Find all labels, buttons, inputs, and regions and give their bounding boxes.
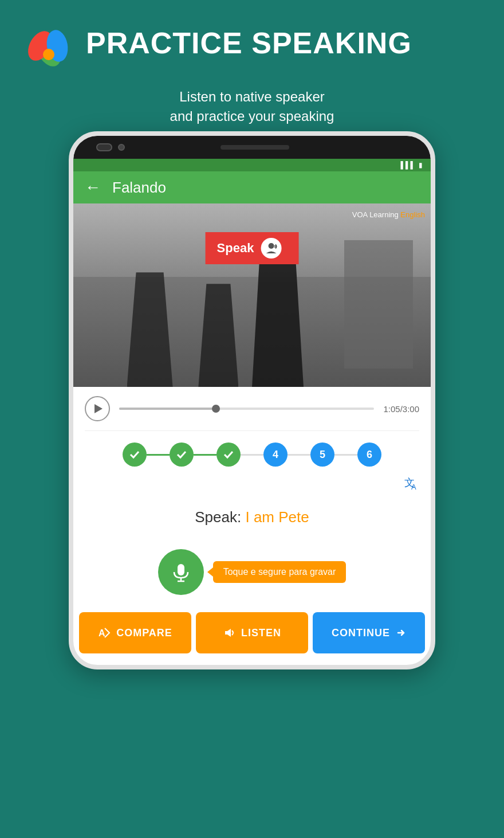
screen-title: Falando bbox=[112, 179, 166, 197]
mic-area: Toque e segure para gravar bbox=[73, 543, 431, 606]
listen-label: LISTEN bbox=[241, 627, 281, 639]
play-button[interactable] bbox=[85, 396, 110, 421]
step-line-1 bbox=[147, 454, 170, 456]
brand-prefix: VOA Learning bbox=[352, 210, 399, 219]
video-area: Speak VOA Learning English bbox=[73, 203, 431, 387]
step-6-circle: 6 bbox=[357, 443, 381, 467]
step-2-circle bbox=[170, 443, 194, 467]
step-3-circle bbox=[216, 443, 241, 467]
brand-tag: VOA Learning English bbox=[352, 210, 425, 219]
speak-overlay: Speak bbox=[206, 232, 299, 264]
phone-camera bbox=[96, 143, 125, 151]
figure-right bbox=[252, 255, 304, 387]
phone-wrapper: ▌▌▌ ▮ ← Falando Speak bbox=[0, 131, 504, 669]
subtitle-area: Listen to native speaker and practice yo… bbox=[0, 87, 504, 126]
header: PRACTICE SPEAKING bbox=[0, 0, 504, 80]
svg-point-3 bbox=[43, 49, 54, 60]
speak-phrase: Speak: I am Pete bbox=[73, 497, 431, 543]
speak-prefix: Speak: bbox=[195, 508, 245, 526]
check-icon-2 bbox=[176, 449, 187, 460]
speak-label: Speak bbox=[217, 241, 254, 256]
check-icon-3 bbox=[223, 449, 234, 460]
mic-button[interactable] bbox=[158, 549, 204, 595]
compare-icon: A bbox=[98, 626, 111, 639]
subtitle: Listen to native speaker and practice yo… bbox=[34, 87, 470, 126]
building bbox=[344, 240, 413, 369]
steps-area: 4 5 6 bbox=[73, 431, 431, 472]
app-title: PRACTICE SPEAKING bbox=[86, 28, 412, 58]
listen-icon bbox=[223, 626, 235, 639]
speak-icon-button bbox=[261, 238, 281, 259]
status-bar: ▌▌▌ ▮ bbox=[73, 159, 431, 171]
step-2 bbox=[170, 443, 194, 467]
translate-svg-icon: 文 A bbox=[403, 475, 419, 491]
step-3 bbox=[216, 443, 241, 467]
logo-icon bbox=[23, 17, 74, 69]
svg-text:A: A bbox=[411, 483, 416, 491]
phone: ▌▌▌ ▮ ← Falando Speak bbox=[69, 131, 435, 669]
camera-dot bbox=[118, 144, 125, 151]
progress-area[interactable]: 1:05/3:00 bbox=[73, 387, 431, 430]
back-button[interactable]: ← bbox=[85, 178, 101, 197]
compare-button[interactable]: A COMPARE bbox=[79, 612, 191, 653]
speak-text: I am Pete bbox=[245, 508, 309, 526]
mic-icon bbox=[171, 562, 191, 582]
bottom-buttons: A COMPARE LISTEN CONTINUE bbox=[73, 606, 431, 665]
step-4-circle: 4 bbox=[263, 443, 288, 467]
svg-text:A: A bbox=[99, 628, 106, 638]
step-5-circle: 5 bbox=[310, 443, 334, 467]
phone-top-bar bbox=[73, 136, 431, 159]
step-6: 6 bbox=[357, 443, 381, 467]
step-1 bbox=[123, 443, 147, 467]
battery-icon: ▮ bbox=[419, 161, 423, 169]
continue-label: CONTINUE bbox=[332, 627, 390, 639]
step-line-5 bbox=[334, 454, 357, 456]
svg-rect-7 bbox=[178, 564, 184, 575]
listen-button[interactable]: LISTEN bbox=[196, 612, 308, 653]
progress-fill bbox=[119, 408, 216, 410]
continue-button[interactable]: CONTINUE bbox=[313, 612, 425, 653]
svg-point-4 bbox=[268, 243, 274, 249]
translate-icon-area[interactable]: 文 A bbox=[73, 472, 431, 497]
step-line-4 bbox=[288, 454, 310, 456]
play-icon bbox=[94, 404, 103, 413]
step-1-circle bbox=[123, 443, 147, 467]
continue-arrow-icon bbox=[396, 628, 406, 638]
step-line-2 bbox=[194, 454, 216, 456]
translate-icon[interactable]: 文 A bbox=[403, 475, 419, 495]
step-4: 4 bbox=[263, 443, 288, 467]
progress-handle[interactable] bbox=[212, 405, 220, 413]
progress-bar[interactable] bbox=[119, 408, 374, 410]
header-text: PRACTICE SPEAKING bbox=[86, 28, 412, 58]
check-icon-1 bbox=[129, 449, 140, 460]
phone-speaker bbox=[220, 145, 289, 150]
signal-icon: ▌▌▌ bbox=[400, 161, 415, 169]
mic-tooltip: Toque e segure para gravar bbox=[213, 561, 346, 583]
speaker-silhouette-icon bbox=[265, 242, 277, 254]
step-5: 5 bbox=[310, 443, 334, 467]
time-display: 1:05/3:00 bbox=[383, 404, 419, 414]
video-scene bbox=[73, 203, 431, 387]
brand-suffix: English bbox=[400, 210, 425, 219]
app-bar: ← Falando bbox=[73, 171, 431, 203]
camera-lens bbox=[96, 143, 112, 151]
compare-label: COMPARE bbox=[116, 627, 172, 639]
step-line-3 bbox=[241, 454, 263, 456]
